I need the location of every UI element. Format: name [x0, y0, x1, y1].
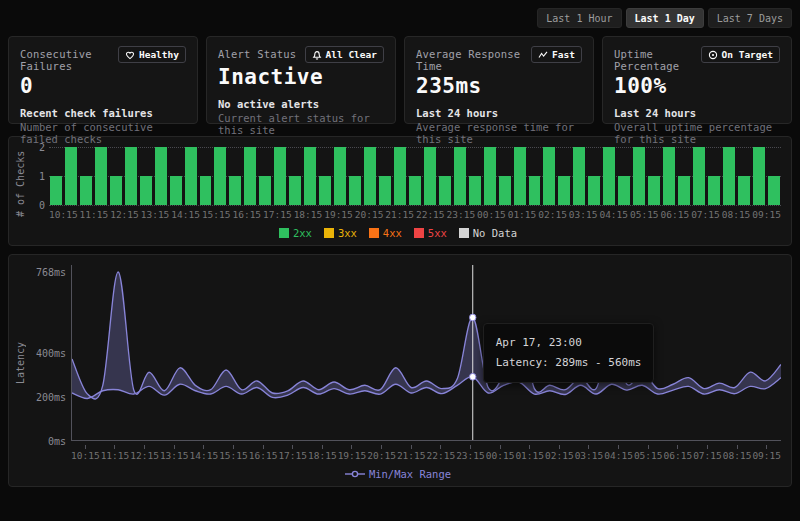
x-tick-label: 08:15 — [722, 209, 751, 220]
checks-legend: 2xx3xx4xx5xxNo Data — [15, 227, 781, 239]
check-bar[interactable] — [200, 176, 212, 205]
check-bar[interactable] — [723, 147, 735, 205]
x-tick-label: 18:15 — [308, 445, 337, 461]
x-tick-label: 04:15 — [599, 209, 628, 220]
stat-card-alert-status: Alert StatusAll ClearInactiveNo active a… — [206, 36, 396, 124]
card-subtitle: No active alerts — [218, 98, 384, 110]
x-tick-label: 11:15 — [80, 209, 109, 220]
check-bar[interactable] — [424, 147, 436, 205]
check-bar[interactable] — [274, 147, 286, 205]
badge-label: On Target — [722, 49, 773, 60]
status-badge: Fast — [531, 46, 582, 63]
legend-swatch — [279, 228, 289, 238]
check-bar[interactable] — [334, 147, 346, 205]
check-bar[interactable] — [80, 176, 92, 205]
check-bar[interactable] — [364, 147, 376, 205]
tooltip-value: Latency: 289ms - 560ms — [496, 353, 642, 373]
minmax-line-icon — [345, 469, 365, 479]
check-bar[interactable] — [304, 147, 316, 205]
card-description: Current alert status for this site — [218, 112, 384, 136]
check-bar[interactable] — [65, 147, 77, 205]
x-tick-label: 21:15 — [385, 209, 414, 220]
check-bar[interactable] — [768, 176, 780, 205]
check-bar[interactable] — [693, 147, 705, 205]
check-bar[interactable] — [379, 176, 391, 205]
check-bar[interactable] — [50, 176, 62, 205]
stat-card-average-response-time: Average Response TimeFast235msLast 24 ho… — [404, 36, 594, 124]
x-tick-label: 23:15 — [447, 209, 476, 220]
check-bar[interactable] — [558, 176, 570, 205]
x-tick-label: 20:15 — [355, 209, 384, 220]
check-bar[interactable] — [753, 147, 765, 205]
legend-label: 2xx — [293, 227, 312, 239]
time-range-button-last-1-hour[interactable]: Last 1 Hour — [537, 8, 621, 28]
check-bar[interactable] — [678, 176, 690, 205]
check-bar[interactable] — [603, 147, 615, 205]
legend-label: Min/Max Range — [369, 468, 451, 480]
check-bar[interactable] — [514, 147, 526, 205]
x-tick-label: 14:15 — [171, 209, 200, 220]
check-bar[interactable] — [484, 147, 496, 205]
check-bar[interactable] — [394, 147, 406, 205]
card-title: Consecutive Failures — [20, 46, 118, 72]
check-bar[interactable] — [155, 147, 167, 205]
check-bar[interactable] — [319, 176, 331, 205]
check-bar[interactable] — [244, 147, 256, 205]
check-bar[interactable] — [95, 147, 107, 205]
badge-label: Healthy — [139, 49, 179, 60]
card-title: Average Response Time — [416, 46, 531, 72]
check-bar[interactable] — [214, 147, 226, 205]
check-bar[interactable] — [185, 147, 197, 205]
check-bar[interactable] — [439, 176, 451, 205]
check-bar[interactable] — [499, 176, 511, 205]
latency-plot[interactable]: Apr 17, 23:00 Latency: 289ms - 560ms — [71, 265, 781, 441]
latency-x-axis: 10:1511:1512:1513:1514:1515:1516:1517:15… — [71, 445, 781, 461]
check-bar[interactable] — [170, 176, 182, 205]
check-bar[interactable] — [229, 176, 241, 205]
check-bar[interactable] — [588, 176, 600, 205]
check-bar[interactable] — [110, 176, 122, 205]
x-tick-label: 13:15 — [141, 209, 170, 220]
check-bar[interactable] — [708, 176, 720, 205]
x-tick-label: 22:15 — [427, 445, 456, 461]
card-value: 100% — [614, 74, 780, 98]
checks-y-axis-label: # of Checks — [15, 147, 31, 220]
time-range-selector: Last 1 HourLast 1 DayLast 7 Days — [8, 8, 792, 28]
check-bar[interactable] — [663, 147, 675, 205]
check-bar[interactable] — [573, 147, 585, 205]
check-bar[interactable] — [454, 147, 466, 205]
card-value: 235ms — [416, 74, 582, 98]
check-bar[interactable] — [259, 176, 271, 205]
latency-y-axis: 0ms200ms400ms768ms — [31, 265, 71, 441]
x-tick-label: 10:15 — [71, 445, 100, 461]
check-bar[interactable] — [140, 176, 152, 205]
x-tick-label: 21:15 — [397, 445, 426, 461]
x-tick-label: 09:15 — [752, 209, 781, 220]
check-bar[interactable] — [633, 147, 645, 205]
check-bar[interactable] — [125, 147, 137, 205]
x-tick-label: 19:15 — [324, 209, 353, 220]
time-range-button-last-1-day[interactable]: Last 1 Day — [626, 8, 704, 28]
x-tick-label: 16:15 — [249, 445, 278, 461]
x-tick-label: 15:15 — [219, 445, 248, 461]
check-bar[interactable] — [618, 176, 630, 205]
x-tick-label: 11:15 — [101, 445, 130, 461]
activity-icon — [538, 50, 548, 60]
check-bar[interactable] — [349, 176, 361, 205]
check-bar[interactable] — [289, 176, 301, 205]
check-bar[interactable] — [409, 176, 421, 205]
stat-card-consecutive-failures: Consecutive FailuresHealthy0Recent check… — [8, 36, 198, 124]
x-tick-label: 17:15 — [278, 445, 307, 461]
y-tick-label: 768ms — [36, 267, 66, 278]
tooltip-title: Apr 17, 23:00 — [496, 333, 642, 353]
x-tick-label: 17:15 — [263, 209, 292, 220]
check-bar[interactable] — [543, 147, 555, 205]
check-bar[interactable] — [469, 176, 481, 205]
check-bar[interactable] — [529, 176, 541, 205]
checks-bar-plot[interactable] — [49, 147, 781, 205]
legend-label: No Data — [473, 227, 517, 239]
check-bar[interactable] — [648, 176, 660, 205]
time-range-button-last-7-days[interactable]: Last 7 Days — [708, 8, 792, 28]
target-icon — [708, 50, 718, 60]
check-bar[interactable] — [738, 176, 750, 205]
